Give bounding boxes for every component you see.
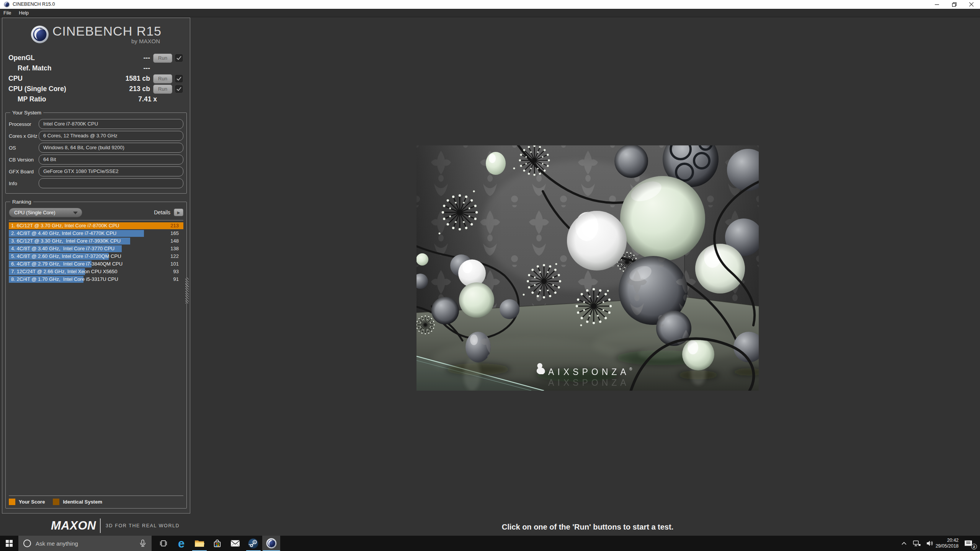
ranking-row[interactable]: 2. 4C/8T @ 4.40 GHz, Intel Core i7-4770K… (9, 230, 183, 237)
benchmark-panel: CINEBENCH R15 by MAXON OpenGL --- Run Re… (2, 18, 190, 514)
svg-text:AIXSPONZA: AIXSPONZA (548, 367, 630, 377)
benchmark-render-scene: AIXSPONZA ® AIXSPONZA (416, 145, 759, 391)
mail-icon (230, 540, 240, 547)
run-cpu-single-button[interactable]: Run (153, 85, 172, 94)
clock-time: 20:42 (936, 538, 959, 543)
ranking-bar-chart: 1. 6C/12T @ 3.70 GHz, Intel Core i7-8700… (9, 222, 183, 284)
aixsponza-logo: AIXSPONZA ® AIXSPONZA (537, 363, 632, 388)
taskbar-cinebench[interactable] (262, 536, 280, 551)
taskbar-edge[interactable]: e (172, 536, 190, 551)
cinebench-logo: CINEBENCH R15 by MAXON (5, 18, 188, 48)
your-system-section: Your System Processor Intel Core i7-8700… (5, 110, 187, 194)
cortana-icon (23, 540, 31, 547)
run-hint-text: Click on one of the 'Run' buttons to sta… (502, 523, 673, 531)
gfx-board-field[interactable]: GeForce GTX 1080 Ti/PCIe/SSE2 (39, 166, 183, 176)
your-system-legend: Your System (10, 110, 43, 116)
ranking-legend: Ranking (10, 199, 33, 205)
details-button[interactable]: ▶ (174, 209, 183, 216)
result-label: Ref. Match (8, 64, 51, 72)
result-label: OpenGL (8, 54, 35, 62)
maxon-footer: MAXON 3D FOR THE REAL WORLD (51, 517, 180, 534)
result-label: CPU (8, 75, 23, 83)
ranking-row[interactable]: 7. 12C/24T @ 2.66 GHz, Intel Xeon CPU X5… (9, 268, 183, 276)
ranking-scrollbar[interactable] (185, 277, 189, 303)
close-button[interactable] (963, 0, 980, 9)
run-cpu-button[interactable]: Run (153, 74, 172, 83)
system-field-os: OS Windows 8, 64 Bit, Core (build 9200) (9, 143, 183, 153)
ranking-filter-dropdown[interactable]: CPU (Single Core) (9, 208, 82, 217)
file-explorer-icon (194, 539, 204, 548)
ranking-row[interactable]: 3. 6C/12T @ 3.30 GHz, Intel Core i7-3930… (9, 238, 183, 245)
tray-chevron-up[interactable] (899, 536, 909, 551)
taskbar-mail[interactable] (226, 536, 244, 551)
result-value: 1581 cb (126, 75, 150, 83)
result-value: 213 cb (129, 85, 150, 93)
chevron-down-icon (73, 212, 78, 214)
menu-file[interactable]: File (0, 9, 15, 17)
system-field-gfx: GFX Board GeForce GTX 1080 Ti/PCIe/SSE2 (9, 166, 183, 176)
store-icon (212, 539, 222, 548)
cores-field[interactable]: 6 Cores, 12 Threads @ 3.70 GHz (39, 131, 183, 141)
speaker-icon (926, 540, 934, 546)
ranking-row[interactable]: 1. 6C/12T @ 3.70 GHz, Intel Core i7-8700… (9, 222, 183, 230)
search-input[interactable] (36, 540, 139, 547)
benchmark-results: OpenGL --- Run Ref. Match --- CPU 1581 c… (5, 48, 188, 110)
ranking-row[interactable]: 6. 4C/8T @ 2.79 GHz, Intel Core i7-3840Q… (9, 261, 183, 268)
cpu-single-checkbox[interactable] (175, 85, 183, 93)
run-opengl-button[interactable]: Run (153, 54, 172, 63)
ranking-section: Ranking CPU (Single Core) Details ▶ 1. 6… (5, 199, 187, 509)
result-row-ref-match: Ref. Match --- (8, 63, 186, 73)
menubar: File Help (0, 9, 980, 17)
network-icon (913, 540, 921, 547)
cinebench-icon (266, 538, 277, 549)
result-value: 7.41 x (138, 95, 157, 103)
ranking-row[interactable]: 4. 4C/8T @ 3.40 GHz, Intel Core i7-3770 … (9, 245, 183, 253)
processor-field[interactable]: Intel Core i7-8700K CPU (39, 119, 183, 129)
result-value: --- (144, 54, 150, 62)
edge-icon: e (178, 538, 185, 549)
cinebench-logo-icon (31, 25, 49, 44)
tray-network[interactable] (911, 536, 923, 551)
details-label: Details (154, 209, 170, 215)
tray-clock[interactable]: 20:42 29/05/2018 (936, 536, 959, 551)
minimize-button[interactable] (928, 0, 946, 9)
task-view-button[interactable] (154, 536, 172, 551)
system-field-info: Info (9, 178, 183, 188)
cb-version-field[interactable]: 64 Bit (39, 155, 183, 165)
ranking-chart-legend: Your Score Identical System (9, 496, 183, 505)
ranking-row[interactable]: 5. 4C/8T @ 2.60 GHz, Intel Core i7-3720Q… (9, 253, 183, 260)
taskbar-file-explorer[interactable] (190, 536, 208, 551)
system-field-cores: Cores x GHz 6 Cores, 12 Threads @ 3.70 G… (9, 131, 183, 141)
cortana-search-box[interactable] (18, 536, 152, 551)
window-title: CINEBENCH R15.0 (13, 0, 55, 9)
titlebar: CINEBENCH R15.0 (0, 0, 980, 9)
svg-text:AIXSPONZA: AIXSPONZA (548, 378, 630, 388)
taskbar-store[interactable] (208, 536, 226, 551)
maxon-tagline: 3D FOR THE REAL WORLD (106, 523, 180, 528)
notification-badge: 2 (971, 544, 977, 549)
cinebench-window-icon (3, 1, 10, 8)
tray-volume[interactable] (924, 536, 936, 551)
result-label: CPU (Single Core) (8, 85, 66, 93)
logo-subtitle: by MAXON (52, 38, 162, 44)
clock-date: 29/05/2018 (936, 543, 959, 549)
divider (9, 220, 183, 220)
system-field-processor: Processor Intel Core i7-8700K CPU (9, 119, 183, 129)
result-row-opengl: OpenGL --- Run (8, 53, 186, 63)
result-row-cpu: CPU 1581 cb Run (8, 73, 186, 84)
divider (100, 518, 101, 533)
cpu-checkbox[interactable] (175, 75, 183, 82)
menu-help[interactable]: Help (15, 9, 33, 17)
taskbar-steam[interactable] (244, 536, 262, 551)
logo-title: CINEBENCH R15 (52, 24, 162, 38)
result-row-mp-ratio: MP Ratio 7.41 x (8, 94, 186, 104)
start-button[interactable] (0, 536, 18, 551)
info-field[interactable] (39, 178, 183, 188)
os-field[interactable]: Windows 8, 64 Bit, Core (build 9200) (39, 143, 183, 153)
maxon-logo: MAXON (51, 519, 96, 533)
restore-button[interactable] (946, 0, 963, 9)
microphone-icon[interactable] (139, 539, 147, 548)
ranking-row[interactable]: 8. 2C/4T @ 1.70 GHz, Intel Core i5-3317U… (9, 276, 183, 283)
result-value: --- (144, 64, 150, 72)
opengl-checkbox[interactable] (175, 54, 183, 62)
